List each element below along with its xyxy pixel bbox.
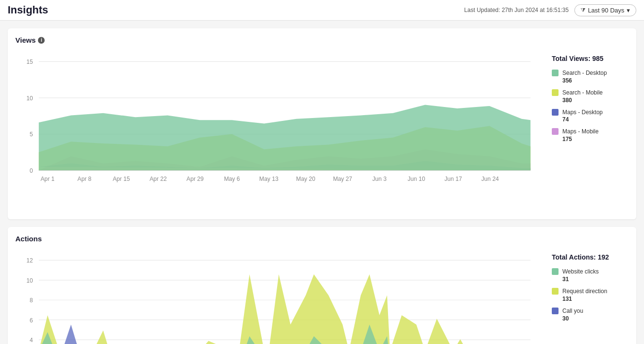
svg-text:4: 4 [30,337,33,344]
legend-item-maps-mobile: Maps - Mobile 175 [552,128,629,142]
svg-text:Jun 17: Jun 17 [444,176,462,182]
actions-chart-container: 12 10 8 6 4 2 0 [15,249,542,344]
legend-value-website-clicks: 31 [562,276,599,283]
views-chart-area: 15 10 5 0 [15,50,629,214]
filter-label: Last 90 Days [588,7,624,14]
svg-text:May 27: May 27 [333,176,352,182]
svg-text:Apr 22: Apr 22 [149,176,167,182]
views-legend-title: Total Views: 985 [552,55,629,62]
svg-text:Apr 15: Apr 15 [113,176,130,182]
chevron-down-icon: ▾ [627,7,630,14]
svg-text:5: 5 [30,131,33,138]
svg-text:0: 0 [30,167,33,174]
legend-color-call-you [552,308,559,314]
svg-text:Apr 1: Apr 1 [41,176,55,182]
filter-button[interactable]: ⧩ Last 90 Days ▾ [574,4,636,16]
page: Insights Last Updated: 27th Jun 2024 at … [0,0,644,344]
header: Insights Last Updated: 27th Jun 2024 at … [0,0,644,21]
legend-value-maps-mobile: 175 [562,136,598,142]
views-info-icon[interactable]: i [38,37,45,44]
svg-text:12: 12 [26,258,33,264]
svg-text:May 13: May 13 [259,176,279,182]
actions-chart-area: 12 10 8 6 4 2 0 [15,249,629,344]
views-title-text: Views [15,36,36,44]
legend-value-call-you: 30 [562,315,583,322]
svg-text:10: 10 [26,277,33,284]
legend-label-maps-desktop: Maps - Desktop [562,108,603,117]
actions-legend-title: Total Actions: 192 [552,253,629,261]
actions-section-title: Actions [15,235,629,243]
last-updated-text: Last Updated: 27th Jun 2024 at 16:51:35 [464,7,569,13]
svg-text:May 6: May 6 [224,176,240,182]
legend-label-call-you: Call you [562,307,583,315]
legend-color-maps-desktop [552,109,559,116]
actions-section: Actions 12 [8,227,636,344]
svg-text:6: 6 [30,317,33,324]
legend-item-maps-desktop: Maps - Desktop 74 [552,108,629,123]
svg-text:May 20: May 20 [296,176,316,182]
legend-value-search-desktop: 356 [562,77,607,84]
legend-color-maps-mobile [552,128,559,135]
svg-text:8: 8 [30,297,33,304]
legend-color-website-clicks [552,268,559,275]
svg-text:Apr 29: Apr 29 [186,176,204,182]
actions-chart: 12 10 8 6 4 2 0 [15,249,542,344]
legend-item-search-desktop: Search - Desktop 356 [552,69,629,84]
legend-color-search-desktop [552,70,559,76]
legend-item-request-direction: Request direction 131 [552,287,629,302]
legend-item-search-mobile: Search - Mobile 380 [552,89,629,104]
actions-legend: Total Actions: 192 Website clicks 31 Req… [552,249,629,344]
svg-marker-42 [39,274,531,344]
views-section: Views i 15 10 5 0 [8,28,636,219]
legend-label-search-mobile: Search - Mobile [562,89,603,97]
legend-label-request-direction: Request direction [562,287,607,296]
actions-title-text: Actions [15,235,42,243]
legend-item-website-clicks: Website clicks 31 [552,268,629,283]
svg-text:15: 15 [26,59,33,65]
header-right: Last Updated: 27th Jun 2024 at 16:51:35 … [464,4,636,16]
legend-value-request-direction: 131 [562,296,607,302]
views-chart-container: 15 10 5 0 [15,50,542,214]
legend-item-call-you: Call you 30 [552,307,629,322]
page-title: Insights [8,4,48,16]
legend-label-search-desktop: Search - Desktop [562,69,607,77]
legend-color-request-direction [552,288,559,295]
views-chart: 15 10 5 0 [15,50,542,214]
svg-text:10: 10 [26,95,33,102]
legend-label-website-clicks: Website clicks [562,268,599,276]
legend-value-maps-desktop: 74 [562,116,603,123]
legend-color-search-mobile [552,89,559,96]
svg-marker-12 [39,105,531,171]
svg-text:Apr 8: Apr 8 [77,176,91,182]
svg-text:Jun 3: Jun 3 [372,176,387,182]
svg-text:Jun 24: Jun 24 [481,176,499,182]
legend-label-maps-mobile: Maps - Mobile [562,128,598,136]
legend-value-search-mobile: 380 [562,97,603,104]
funnel-icon: ⧩ [581,7,585,13]
views-legend: Total Views: 985 Search - Desktop 356 Se… [552,50,629,214]
svg-text:Jun 10: Jun 10 [408,176,425,182]
views-section-title: Views i [15,36,629,44]
content: Views i 15 10 5 0 [0,21,644,344]
